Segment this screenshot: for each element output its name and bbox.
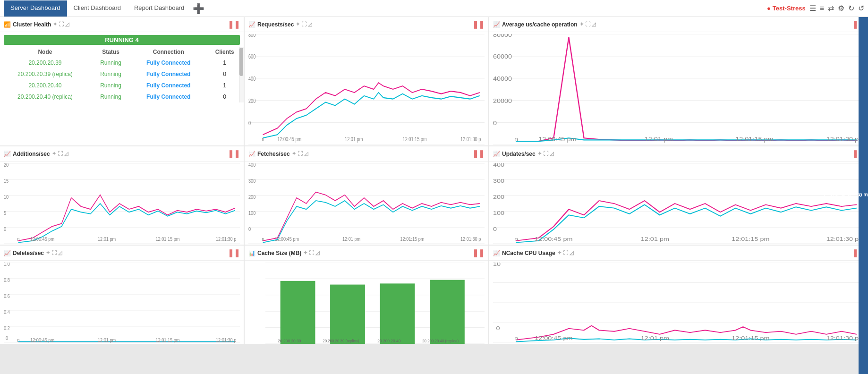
fetches-icon: 📈	[248, 151, 255, 157]
deletes-title: 📈 Deletes/sec ✦ ⛶ ◿	[4, 250, 62, 256]
node-connection: Fully Connected	[131, 57, 205, 68]
tab-report-dashboard[interactable]: Report Dashboard	[128, 0, 191, 17]
additions-controls[interactable]: ✦ ⛶ ◿	[52, 151, 68, 157]
svg-text:12:01:15 pm: 12:01:15 pm	[732, 335, 769, 341]
node-ip: 20.200.20.39	[0, 57, 90, 68]
close-icon[interactable]: ↺	[858, 4, 864, 13]
requests-title: 📈 Requests/sec ✦ ⛶ ◿	[248, 21, 312, 28]
fetches-pause[interactable]: ❚❚	[472, 149, 485, 158]
settings-icon[interactable]: ⚙	[838, 4, 844, 13]
cpu-header: 📈 NCache CPU Usage ✦ ⛶ ◿ ❚❚	[489, 246, 868, 261]
svg-text:0: 0	[493, 120, 497, 127]
svg-text:20: 20	[4, 163, 9, 168]
svg-text:100: 100	[493, 210, 504, 216]
svg-text:400: 400	[248, 76, 255, 82]
cluster-icon: 📶	[4, 21, 11, 28]
node-status: Running	[90, 57, 131, 68]
col-node: Node	[0, 47, 90, 57]
node-ip: 20.200.20.39 (replica)	[0, 68, 90, 80]
svg-text:0.6: 0.6	[4, 294, 10, 299]
svg-text:12:01:15 pm: 12:01:15 pm	[735, 136, 773, 143]
svg-text:12:01 pm: 12:01 pm	[342, 236, 360, 242]
svg-text:10: 10	[493, 263, 501, 267]
cache-size-controls[interactable]: ✦ ⛶ ◿	[303, 250, 319, 256]
cache-size-svg: 0.8MB 0.6MB Size 0.2MB 0MB 20.200.20.39 …	[265, 263, 485, 344]
additions-pause[interactable]: ❚❚	[228, 149, 240, 158]
cpu-title: 📈 NCache CPU Usage ✦ ⛶ ◿	[493, 250, 573, 256]
svg-text:0: 0	[248, 227, 251, 232]
svg-text:12:01:15 pm: 12:01:15 pm	[403, 136, 427, 143]
svg-text:12:01 pm: 12:01 pm	[98, 337, 116, 343]
deletes-chart-area: 1.0 0.8 0.6 0.4 0.2 0 n 12:00:45 pm 12:0…	[0, 261, 244, 344]
deletes-pause[interactable]: ❚❚	[228, 248, 240, 257]
avg-cache-title: 📈 Average us/cache operation ✦ ⛶ ◿	[493, 21, 596, 28]
avg-cache-header: 📈 Average us/cache operation ✦ ⛶ ◿ ❚❚	[489, 17, 868, 32]
svg-text:100: 100	[248, 211, 256, 216]
updates-controls[interactable]: ✦ ⛶ ◿	[537, 151, 553, 157]
svg-text:0: 0	[4, 227, 6, 232]
avg-cache-icon: 📈	[493, 21, 500, 28]
requests-header: 📈 Requests/sec ✦ ⛶ ◿ ❚❚	[245, 17, 488, 32]
col-status: Status	[90, 47, 131, 57]
node-clients: 1	[205, 57, 244, 68]
counter-panel-label: COUNTERPANEL	[823, 193, 868, 198]
node-connection: Fully Connected	[131, 68, 205, 80]
node-ip: 20.200.20.40 (replica)	[0, 91, 90, 102]
svg-text:200: 200	[248, 195, 256, 200]
fetches-title: 📈 Fetches/sec ✦ ⛶ ◿	[248, 151, 308, 157]
svg-text:15: 15	[4, 178, 9, 184]
svg-text:12:01:30 p: 12:01:30 p	[826, 236, 859, 242]
svg-text:12:01:30 p: 12:01:30 p	[216, 236, 237, 242]
svg-text:0: 0	[248, 119, 251, 126]
cache-size-pause[interactable]: ❚❚	[472, 248, 485, 257]
updates-chart-area: 400 300 200 100 0 n 12:00:45 pm 12:01 pm…	[489, 162, 868, 245]
cache-size-icon: 📊	[248, 250, 255, 256]
node-status: Running	[90, 80, 131, 91]
cpu-icon: 📈	[493, 250, 500, 256]
node-connection: Fully Connected	[131, 80, 205, 91]
tab-server-dashboard[interactable]: Server Dashboard	[4, 0, 67, 17]
svg-text:12:01:15 pm: 12:01:15 pm	[732, 236, 769, 242]
cache-size-chart-area: 0.8MB 0.6MB Size 0.2MB 0MB 20.200.20.39 …	[245, 261, 488, 344]
svg-text:12:01:30 p: 12:01:30 p	[826, 335, 859, 341]
svg-text:40000: 40000	[493, 76, 512, 82]
svg-text:12:01:15 pm: 12:01:15 pm	[155, 337, 179, 343]
cpu-controls[interactable]: ✦ ⛶ ◿	[557, 250, 573, 256]
node-status: Running	[90, 68, 131, 80]
requests-controls[interactable]: ✦ ⛶ ◿	[296, 21, 312, 27]
node-clients: 0	[205, 91, 244, 102]
svg-text:12:01:15 pm: 12:01:15 pm	[155, 236, 179, 242]
svg-text:0: 0	[6, 335, 8, 341]
counter-panel[interactable]: ❮ COUNTERPANEL	[859, 17, 868, 374]
scrollbar-thumb[interactable]	[239, 48, 243, 76]
deletes-svg: 1.0 0.8 0.6 0.4 0.2 0 n 12:00:45 pm 12:0…	[4, 263, 240, 343]
cluster-table: Node Status Connection Clients 20.200.20…	[0, 47, 244, 102]
cache-size-title: 📊 Cache Size (MB) ✦ ⛶ ◿	[248, 250, 319, 256]
table-scrollbar[interactable]	[239, 47, 244, 102]
dashboard-grid: 📶 Cluster Health ✦ ⛶ ◿ ❚❚ RUNNING 4 Node…	[0, 17, 868, 374]
fetches-controls[interactable]: ✦ ⛶ ◿	[292, 151, 308, 157]
requests-pause[interactable]: ❚❚	[472, 20, 485, 29]
table-row: 20.200.20.40 Running Fully Connected 1	[0, 80, 244, 91]
cluster-controls-icons[interactable]: ✦ ⛶ ◿	[53, 21, 69, 27]
hamburger-icon[interactable]: ☰	[809, 4, 816, 13]
deletes-controls[interactable]: ✦ ⛶ ◿	[46, 250, 62, 256]
requests-sec-panel: 📈 Requests/sec ✦ ⛶ ◿ ❚❚ 800 600 400 200 …	[245, 17, 488, 145]
cluster-pause-button[interactable]: ❚❚	[228, 20, 240, 29]
avg-cache-panel: 📈 Average us/cache operation ✦ ⛶ ◿ ❚❚ 80…	[489, 17, 868, 145]
list-icon[interactable]: ≡	[820, 4, 824, 13]
svg-text:200: 200	[493, 194, 504, 200]
refresh-icon[interactable]: ↻	[848, 4, 854, 13]
svg-text:300: 300	[248, 178, 256, 184]
svg-text:400: 400	[248, 163, 256, 168]
svg-text:n: n	[17, 236, 20, 242]
svg-text:5: 5	[4, 211, 6, 216]
svg-text:n: n	[17, 337, 20, 343]
svg-text:n: n	[514, 236, 518, 242]
svg-text:200: 200	[248, 98, 255, 104]
columns-icon[interactable]: ⇄	[828, 4, 834, 13]
deletes-header: 📈 Deletes/sec ✦ ⛶ ◿ ❚❚	[0, 246, 244, 261]
add-dashboard-button[interactable]: ➕	[193, 3, 204, 14]
avg-cache-controls[interactable]: ✦ ⛶ ◿	[579, 21, 596, 27]
tab-client-dashboard[interactable]: Client Dashboard	[67, 0, 128, 17]
